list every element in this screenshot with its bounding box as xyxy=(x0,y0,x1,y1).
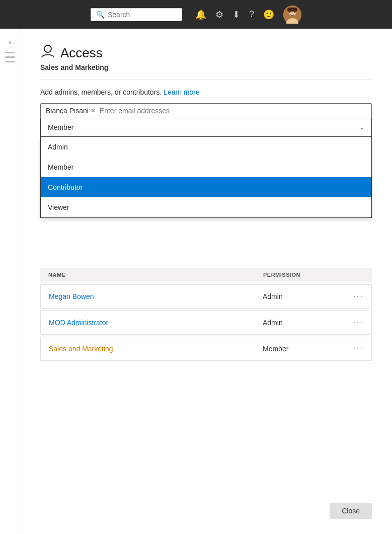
column-header-permission: PERMISSION xyxy=(263,272,344,278)
email-tag-close-icon[interactable]: ✕ xyxy=(91,108,96,114)
svg-point-6 xyxy=(44,45,51,52)
dropdown-option-contributor[interactable]: Contributor xyxy=(41,177,371,197)
role-dropdown[interactable]: Member ⌄ xyxy=(40,118,372,137)
dropdown-option-admin[interactable]: Admin xyxy=(41,137,371,157)
search-input[interactable] xyxy=(108,11,173,19)
dropdown-menu: Admin Member Contributor Viewer xyxy=(40,137,372,218)
table-row: MOD Administrator Admin ··· xyxy=(40,311,372,335)
sidebar-line-3 xyxy=(5,61,15,62)
access-person-icon xyxy=(40,44,55,62)
feedback-icon[interactable]: 🙂 xyxy=(263,9,274,20)
section-divider xyxy=(40,80,372,80)
dialog-panel: Access Sales and Marketing Add admins, m… xyxy=(20,29,392,534)
help-icon[interactable]: ? xyxy=(249,9,254,20)
sidebar-lines xyxy=(5,52,15,62)
table-header: NAME PERMISSION xyxy=(40,268,372,282)
avatar[interactable] xyxy=(283,6,301,24)
member-name-sales-marketing[interactable]: Sales and Marketing xyxy=(49,345,263,353)
dialog-footer: Close xyxy=(330,503,372,519)
member-actions-mod-admin[interactable]: ··· xyxy=(343,318,363,327)
member-permission-sales-marketing: Member xyxy=(263,345,343,353)
column-header-name: NAME xyxy=(48,272,263,278)
table-row: Megan Bowen Admin ··· xyxy=(40,284,372,309)
email-address-input[interactable] xyxy=(100,107,366,115)
dropdown-option-viewer[interactable]: Viewer xyxy=(41,197,371,217)
page-header: Access Sales and Marketing xyxy=(40,44,372,71)
search-box[interactable]: 🔍 xyxy=(91,8,182,21)
bell-icon[interactable]: 🔔 xyxy=(195,9,206,20)
add-members-description: Add admins, members, or contributors. Le… xyxy=(40,88,372,96)
table-row: Sales and Marketing Member ··· xyxy=(40,337,372,361)
sidebar-chevron-icon[interactable]: ‹ xyxy=(9,38,11,46)
email-tag: Bianca Pisani ✕ xyxy=(46,107,96,115)
members-section: NAME PERMISSION Megan Bowen Admin ··· MO… xyxy=(40,268,372,361)
settings-icon[interactable]: ⚙ xyxy=(215,9,223,20)
dropdown-option-member[interactable]: Member xyxy=(41,157,371,177)
member-name-megan-bowen[interactable]: Megan Bowen xyxy=(49,292,263,300)
close-button[interactable]: Close xyxy=(330,503,372,519)
page-title-row: Access xyxy=(40,44,103,62)
layout: ‹ Access Sales and Market xyxy=(0,29,392,534)
sidebar-line-2 xyxy=(5,56,15,58)
column-header-actions xyxy=(344,272,364,278)
dropdown-selected-value: Member xyxy=(48,123,73,131)
svg-rect-5 xyxy=(287,8,297,12)
member-permission-mod-admin: Admin xyxy=(263,319,343,327)
member-permission-megan-bowen: Admin xyxy=(263,292,343,300)
dropdown-chevron-icon: ⌄ xyxy=(359,124,364,131)
topbar-icons: 🔔 ⚙ ⬇ ? 🙂 xyxy=(195,6,301,24)
sidebar-strip: ‹ xyxy=(0,29,20,534)
dropdown-container: Member ⌄ Admin Member Contributor Viewer xyxy=(40,118,372,137)
page-title: Access xyxy=(60,45,103,61)
sidebar-line-1 xyxy=(5,52,15,53)
email-tag-name: Bianca Pisani xyxy=(46,107,89,115)
member-actions-megan-bowen[interactable]: ··· xyxy=(343,292,363,301)
learn-more-link[interactable]: Learn more xyxy=(164,88,200,96)
search-icon: 🔍 xyxy=(96,11,105,19)
member-name-mod-admin[interactable]: MOD Administrator xyxy=(49,319,263,327)
main-content: Access Sales and Marketing Add admins, m… xyxy=(20,29,392,534)
topbar: 🔍 🔔 ⚙ ⬇ ? 🙂 xyxy=(0,0,392,29)
member-actions-sales-marketing[interactable]: ··· xyxy=(343,344,363,353)
download-icon[interactable]: ⬇ xyxy=(232,9,240,20)
email-input-container[interactable]: Bianca Pisani ✕ xyxy=(40,103,372,118)
page-subtitle: Sales and Marketing xyxy=(40,63,108,71)
